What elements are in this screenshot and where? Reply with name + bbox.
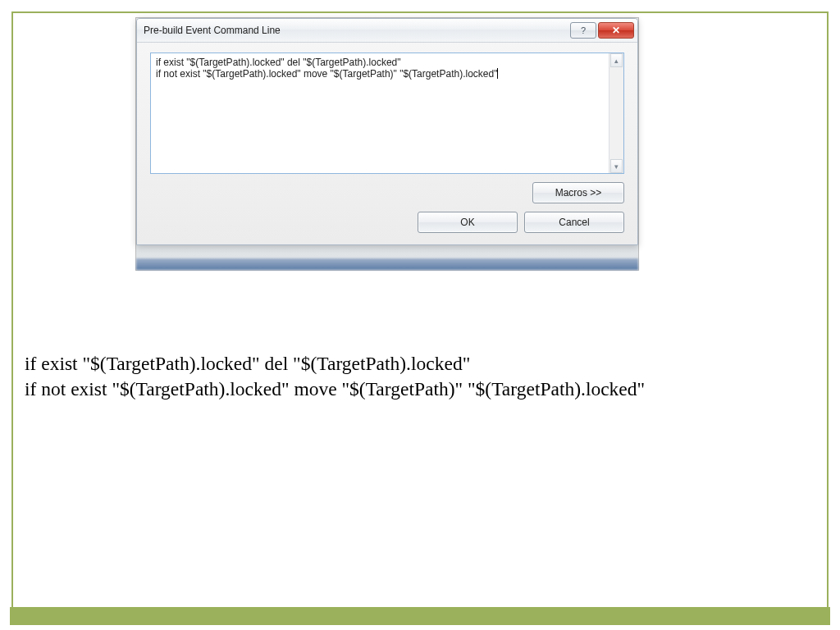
chevron-down-icon: ▾	[614, 162, 619, 171]
caption-text: if exist "$(TargetPath).locked" del "$(T…	[25, 351, 815, 402]
macros-button[interactable]: Macros >>	[532, 182, 624, 203]
vertical-scrollbar[interactable]: ▴ ▾	[609, 53, 623, 173]
help-button[interactable]: ?	[570, 22, 596, 39]
dialog-body: if exist "$(TargetPath).locked" del "$(T…	[137, 43, 637, 244]
cancel-button[interactable]: Cancel	[524, 212, 624, 233]
text-caret	[497, 68, 498, 79]
screenshot-region: Pre-build Event Command Line ? ✕ if exis…	[136, 18, 638, 270]
titlebar[interactable]: Pre-build Event Command Line ? ✕	[137, 19, 637, 43]
background-bottom	[136, 258, 638, 270]
close-icon: ✕	[612, 25, 620, 35]
command-textarea-wrap: if exist "$(TargetPath).locked" del "$(T…	[150, 52, 624, 174]
dialog-title: Pre-build Event Command Line	[144, 25, 568, 36]
ok-button[interactable]: OK	[418, 212, 518, 233]
slide: Pre-build Event Command Line ? ✕ if exis…	[0, 0, 840, 630]
close-button[interactable]: ✕	[598, 22, 634, 39]
footer-bar	[10, 607, 830, 625]
ok-cancel-row: OK Cancel	[150, 212, 624, 233]
help-icon: ?	[581, 25, 586, 35]
scroll-down-button[interactable]: ▾	[610, 159, 623, 173]
chevron-up-icon: ▴	[614, 57, 619, 65]
command-text: if exist "$(TargetPath).locked" del "$(T…	[156, 57, 497, 80]
scroll-up-button[interactable]: ▴	[610, 53, 623, 67]
macros-row: Macros >>	[150, 182, 624, 203]
prebuild-dialog: Pre-build Event Command Line ? ✕ if exis…	[136, 18, 638, 245]
command-textarea[interactable]: if exist "$(TargetPath).locked" del "$(T…	[151, 53, 609, 173]
